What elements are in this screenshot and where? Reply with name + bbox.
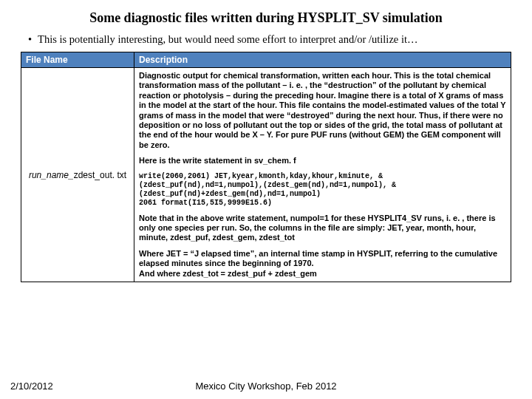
footer-date: 2/10/2012 [10,381,53,392]
desc-para-3: Note that in the above write statement, … [139,214,506,243]
header-desc: Description [134,52,511,68]
desc-para-1: Diagnostic output for chemical transform… [139,71,506,150]
file-name-cell: run_name_zdest_out. txt [21,68,134,282]
desc-para-4: Where JET = “J elapsed time”, an interna… [139,249,506,279]
bullet-item: • This is potentially interesting, but w… [21,33,511,46]
bullet-text: This is potentially interesting, but wou… [38,33,417,46]
table-header-row: File Name Description [21,52,511,68]
code-block: write(2060,2061) JET,kyear,kmonth,kday,k… [139,172,506,208]
bullet-icon: • [28,33,32,46]
description-cell: Diagnostic output for chemical transform… [134,68,511,282]
footer-venue: Mexico City Workshop, Feb 2012 [0,381,532,392]
filename-rest: zdest_out. txt [74,170,126,180]
filename-italic: run_name_ [29,170,74,180]
desc-para-2: Here is the write statement in sv_chem. … [139,156,506,166]
header-file: File Name [21,52,134,68]
slide-footer: 2/10/2012 Mexico City Workshop, Feb 2012 [0,381,532,392]
table-row: run_name_zdest_out. txt Diagnostic outpu… [21,68,511,282]
slide-body: Some diagnostic files written during HYS… [0,0,532,282]
slide-title: Some diagnostic files written during HYS… [21,10,511,26]
diagnostic-table: File Name Description run_name_zdest_out… [21,52,511,282]
